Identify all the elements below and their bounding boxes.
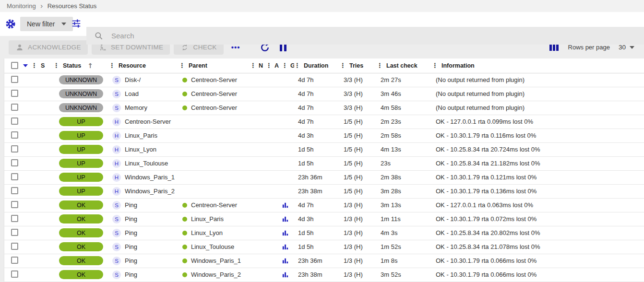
- header-acknowledged[interactable]: ⋮ A: [266, 59, 282, 73]
- header-information[interactable]: ⋮ Information: [432, 59, 644, 73]
- table-row[interactable]: UNKNOWN S Memory Centreon-Server 4d 7h 3…: [4, 101, 644, 115]
- drag-handle-icon[interactable]: ⋮: [31, 62, 37, 69]
- table-row[interactable]: OK S Ping Linux_Lyon 1d 5h 1/3 (H) 4m 3s…: [4, 226, 644, 240]
- notification-cell: [250, 226, 266, 240]
- row-checkbox[interactable]: [11, 187, 18, 194]
- resources-table: ⋮ S ⋮ Status ↑ ⋮ Resource ⋮ Parent ⋮ N ⋮: [4, 59, 644, 282]
- notification-cell: [250, 184, 266, 198]
- drag-handle-icon[interactable]: ⋮: [266, 62, 272, 69]
- last-check-cell: 2m 58s: [377, 129, 432, 142]
- row-checkbox[interactable]: [11, 173, 18, 180]
- information-cell: OK - 10.30.1.79 rta 0.066ms lost 0%: [432, 268, 644, 282]
- breadcrumb-monitoring[interactable]: Monitoring: [7, 2, 36, 10]
- acknowledged-cell: [266, 73, 282, 87]
- row-checkbox[interactable]: [11, 90, 18, 97]
- table-row[interactable]: UP H Linux_Toulouse 1d 5h 1/5 (H) 23s OK…: [4, 156, 644, 170]
- table-row[interactable]: UP H Centreon-Server 4d 7h 1/5 (H) 2m 23…: [4, 115, 644, 129]
- resource-name: Ping: [125, 257, 137, 264]
- last-check-cell: 1m 8s: [377, 254, 432, 268]
- acknowledged-cell: [266, 142, 282, 156]
- graph-button[interactable]: [282, 215, 289, 223]
- graph-button[interactable]: [282, 271, 289, 278]
- row-checkbox[interactable]: [11, 131, 18, 139]
- duration-cell: 4d 7h: [294, 101, 340, 115]
- table-row[interactable]: OK S Ping Windows_Paris_1 23h 36m 1/3 (H…: [4, 254, 644, 268]
- row-checkbox[interactable]: [11, 118, 18, 125]
- drag-handle-icon[interactable]: ⋮: [109, 62, 115, 69]
- status-chip: OK: [59, 200, 103, 210]
- table-row[interactable]: UNKNOWN S Load Centreon-Server 4d 7h 3/3…: [4, 87, 644, 101]
- search-input[interactable]: [111, 32, 399, 40]
- header-duration[interactable]: ⋮ Duration: [294, 59, 340, 73]
- resource-name: Ping: [125, 243, 137, 250]
- row-checkbox[interactable]: [11, 257, 18, 264]
- drag-handle-icon[interactable]: ⋮: [294, 62, 300, 69]
- header-severity[interactable]: ⋮ S: [31, 59, 53, 73]
- header-notification[interactable]: ⋮ N: [250, 59, 266, 73]
- table-row[interactable]: UP H Windows_Paris_2 23h 38m 1/5 (H) 3m …: [4, 184, 644, 198]
- drag-handle-icon[interactable]: ⋮: [377, 62, 383, 69]
- drag-handle-icon[interactable]: ⋮: [282, 62, 288, 69]
- tries-cell: 1/3 (H): [340, 226, 377, 240]
- row-checkbox[interactable]: [11, 229, 18, 236]
- acknowledge-button[interactable]: ACKNOWLEDGE: [9, 40, 88, 55]
- header-parent[interactable]: ⋮ Parent: [179, 59, 250, 73]
- row-checkbox[interactable]: [11, 104, 18, 111]
- graph-button[interactable]: [282, 257, 289, 264]
- header-last-check[interactable]: ⋮ Last check: [377, 59, 432, 73]
- breadcrumb-resources-status[interactable]: Resources Status: [48, 2, 97, 10]
- table-row[interactable]: UNKNOWN S Disk-/ Centreon-Server 4d 7h 3…: [4, 73, 644, 87]
- row-checkbox[interactable]: [11, 76, 18, 83]
- table-row[interactable]: UP H Linux_Paris 4d 3h 1/5 (H) 2m 58s OK…: [4, 129, 644, 142]
- row-checkbox[interactable]: [11, 159, 18, 166]
- drag-handle-icon[interactable]: ⋮: [53, 62, 60, 69]
- drag-handle-icon[interactable]: ⋮: [250, 62, 256, 69]
- row-checkbox[interactable]: [11, 215, 18, 222]
- table-row[interactable]: OK S Ping Centreon-Server 4d 7h 1/3 (H) …: [4, 198, 644, 212]
- sort-asc-icon: ↑: [87, 62, 93, 70]
- drag-handle-icon[interactable]: ⋮: [179, 62, 185, 69]
- drag-handle-icon[interactable]: ⋮: [340, 62, 346, 69]
- row-checkbox[interactable]: [11, 145, 18, 153]
- selection-menu-chevron-icon[interactable]: [23, 64, 28, 67]
- row-checkbox[interactable]: [11, 270, 18, 278]
- row-checkbox[interactable]: [11, 243, 18, 250]
- tries-cell: 1/5 (H): [340, 129, 377, 142]
- notification-cell: [250, 212, 266, 226]
- new-filter-dropdown[interactable]: New filter: [20, 17, 73, 31]
- last-check-cell: 4m 13s: [377, 142, 432, 156]
- filter-tune-button[interactable]: [71, 18, 82, 29]
- information-cell: OK - 10.25.8.34 rta 21.182ms lost 0%: [432, 156, 644, 170]
- row-checkbox[interactable]: [11, 201, 18, 208]
- severity-cell: [31, 170, 53, 184]
- last-check-cell: 2m 27s: [377, 73, 432, 87]
- graph-button[interactable]: [282, 229, 289, 236]
- select-all-checkbox[interactable]: [11, 62, 18, 69]
- tries-cell: 1/5 (H): [340, 142, 377, 156]
- header-resource[interactable]: ⋮ Resource: [109, 59, 179, 73]
- resource-kind-badge: S: [112, 257, 121, 265]
- drag-handle-icon[interactable]: ⋮: [432, 62, 438, 69]
- table-row[interactable]: OK S Ping Windows_Paris_2 23h 38m 1/3 (H…: [4, 268, 644, 282]
- notification-cell: [250, 129, 266, 142]
- bar-chart-icon: [282, 257, 289, 264]
- header-tries[interactable]: ⋮ Tries: [340, 59, 377, 73]
- filter-settings-button[interactable]: [5, 18, 16, 30]
- header-status[interactable]: ⋮ Status ↑: [53, 59, 109, 73]
- graph-button[interactable]: [282, 201, 289, 209]
- header-graph[interactable]: ⋮ G: [282, 59, 294, 73]
- rows-per-page-select[interactable]: 30: [619, 44, 637, 51]
- resource-name: Ping: [125, 229, 137, 236]
- table-row[interactable]: UP H Windows_Paris_1 23h 36m 1/5 (H) 2m …: [4, 170, 644, 184]
- resource-kind-badge: S: [112, 201, 121, 210]
- tries-cell: 1/3 (H): [340, 212, 377, 226]
- tries-cell: 1/3 (H): [340, 198, 377, 212]
- table-row[interactable]: UP H Linux_Lyon 1d 5h 1/5 (H) 4m 13s OK …: [4, 142, 644, 156]
- table-row[interactable]: OK S Ping Linux_Paris 4d 3h 1/3 (H) 1m 1…: [4, 212, 644, 226]
- resource-kind-badge: H: [112, 173, 121, 182]
- duration-cell: 4d 7h: [294, 87, 340, 101]
- last-check-cell: 3m 46s: [377, 87, 432, 101]
- graph-button[interactable]: [282, 243, 289, 250]
- table-row[interactable]: OK S Ping Linux_Toulouse 1d 5h 1/3 (H) 1…: [4, 240, 644, 254]
- acknowledged-cell: [266, 212, 282, 226]
